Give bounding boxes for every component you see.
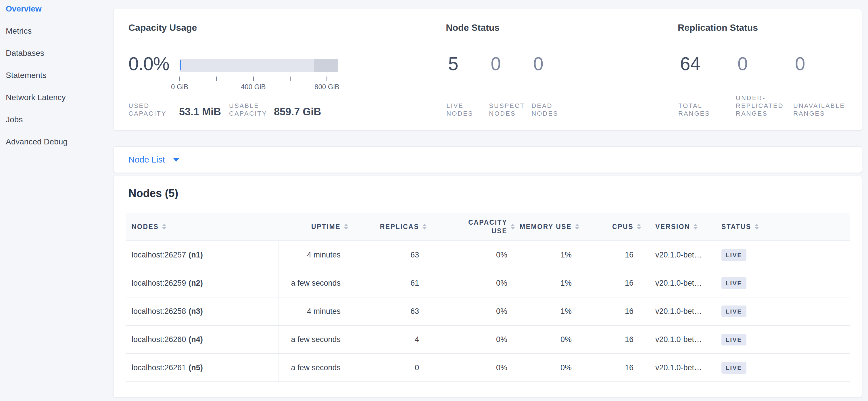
column-header-replicas[interactable]: REPLICAS bbox=[349, 213, 428, 240]
sidebar-nav: Overview Metrics Databases Statements Ne… bbox=[0, 0, 114, 159]
sort-icon bbox=[344, 224, 348, 230]
sort-icon bbox=[511, 224, 515, 230]
capacity-use-cell: 0% bbox=[428, 326, 516, 353]
status-badge: LIVE bbox=[721, 277, 746, 289]
nodes-table-card: Nodes (5) NODES UPTIME REPLICAS CAPACITY… bbox=[114, 176, 862, 397]
version-cell: v20.1.0-bet… bbox=[642, 269, 708, 297]
version-cell: v20.1.0-bet… bbox=[642, 354, 708, 381]
capacity-use-cell: 0% bbox=[428, 269, 516, 297]
uptime-cell: 4 minutes bbox=[279, 297, 349, 325]
table-row: localhost:26260(n4) a few seconds 4 0% 0… bbox=[126, 326, 849, 354]
total-ranges-count: 64 bbox=[678, 55, 735, 73]
replicas-cell: 63 bbox=[349, 241, 428, 269]
sidebar-item-statements[interactable]: Statements bbox=[6, 70, 114, 93]
dead-nodes-count: 0 bbox=[531, 55, 574, 73]
node-status-title: Node Status bbox=[446, 22, 678, 33]
node-link[interactable]: localhost:26258(n3) bbox=[132, 307, 203, 316]
sort-icon bbox=[423, 224, 427, 230]
node-link[interactable]: localhost:26261(n5) bbox=[132, 363, 203, 372]
status-badge: LIVE bbox=[721, 249, 746, 261]
memory-use-cell: 0% bbox=[516, 326, 580, 353]
sidebar-item-network-latency[interactable]: Network Latency bbox=[6, 93, 114, 115]
axis-label-800gib: 800 GiB bbox=[314, 83, 339, 91]
memory-use-cell: 1% bbox=[516, 241, 580, 269]
memory-use-cell: 1% bbox=[516, 297, 580, 325]
usable-capacity-label: USABLE CAPACITY bbox=[229, 102, 269, 117]
replicas-cell: 61 bbox=[349, 269, 428, 297]
node-status-section: Node Status 5 0 0 LIVE NODES SUSPECT NOD… bbox=[446, 22, 678, 117]
status-badge: LIVE bbox=[721, 334, 746, 345]
node-link[interactable]: localhost:26259(n2) bbox=[132, 279, 203, 288]
sort-icon bbox=[693, 224, 698, 230]
node-link[interactable]: localhost:26260(n4) bbox=[132, 335, 203, 344]
total-ranges-label: TOTAL RANGES bbox=[678, 102, 735, 117]
usable-capacity-value: 859.7 GiB bbox=[274, 107, 321, 117]
capacity-usage-title: Capacity Usage bbox=[128, 22, 446, 33]
node-list-dropdown[interactable]: Node List bbox=[114, 147, 862, 173]
sort-icon bbox=[755, 224, 759, 230]
capacity-bar-used-indicator bbox=[180, 60, 181, 70]
nodes-table: NODES UPTIME REPLICAS CAPACITY USE MEMOR… bbox=[126, 213, 849, 382]
node-link[interactable]: localhost:26257(n1) bbox=[132, 251, 203, 259]
column-header-capacity-use[interactable]: CAPACITY USE bbox=[428, 213, 516, 240]
memory-use-cell: 1% bbox=[516, 269, 580, 297]
capacity-axis: 0 GiB 400 GiB 800 GiB bbox=[180, 72, 338, 88]
column-header-memory-use[interactable]: MEMORY USE bbox=[516, 213, 580, 240]
capacity-use-cell: 0% bbox=[428, 297, 516, 325]
version-cell: v20.1.0-bet… bbox=[642, 241, 708, 269]
cpus-cell: 16 bbox=[580, 326, 642, 353]
sort-icon bbox=[162, 224, 166, 230]
cpus-cell: 16 bbox=[580, 354, 642, 381]
column-header-version[interactable]: VERSION bbox=[642, 213, 708, 240]
axis-label-0gib: 0 GiB bbox=[171, 83, 188, 91]
sidebar-item-databases[interactable]: Databases bbox=[6, 48, 114, 70]
cpus-cell: 16 bbox=[580, 297, 642, 325]
uptime-cell: 4 minutes bbox=[279, 241, 349, 269]
table-row: localhost:26257(n1) 4 minutes 63 0% 1% 1… bbox=[126, 241, 849, 269]
sidebar-item-advanced-debug[interactable]: Advanced Debug bbox=[6, 137, 114, 159]
uptime-cell: a few seconds bbox=[279, 326, 349, 353]
column-header-uptime[interactable]: UPTIME bbox=[279, 213, 349, 240]
table-row: localhost:26258(n3) 4 minutes 63 0% 1% 1… bbox=[126, 297, 849, 326]
sidebar-item-metrics[interactable]: Metrics bbox=[6, 26, 114, 48]
capacity-bar-chart: 0 GiB 400 GiB 800 GiB bbox=[180, 55, 338, 88]
sort-icon bbox=[575, 224, 579, 230]
capacity-use-cell: 0% bbox=[428, 354, 516, 381]
capacity-bar-reserved-segment bbox=[314, 59, 338, 72]
used-capacity-value: 53.1 MiB bbox=[179, 107, 221, 117]
dead-nodes-label: DEAD NODES bbox=[531, 102, 574, 117]
uptime-cell: a few seconds bbox=[279, 354, 349, 381]
used-capacity-label: USED CAPACITY bbox=[128, 102, 175, 117]
memory-use-cell: 0% bbox=[516, 354, 580, 381]
sidebar-item-overview[interactable]: Overview bbox=[6, 4, 114, 26]
suspect-nodes-count: 0 bbox=[488, 55, 531, 73]
under-replicated-ranges-label: UNDER-REPLICATED RANGES bbox=[735, 94, 793, 117]
table-row: localhost:26259(n2) a few seconds 61 0% … bbox=[126, 269, 849, 297]
capacity-use-cell: 0% bbox=[428, 241, 516, 269]
table-row: localhost:26261(n5) a few seconds 0 0% 0… bbox=[126, 354, 849, 382]
node-list-dropdown-label: Node List bbox=[128, 155, 165, 165]
sort-icon bbox=[637, 224, 641, 230]
replicas-cell: 0 bbox=[349, 354, 428, 381]
column-header-cpus[interactable]: CPUS bbox=[580, 213, 642, 240]
version-cell: v20.1.0-bet… bbox=[642, 297, 708, 325]
sidebar-item-jobs[interactable]: Jobs bbox=[6, 115, 114, 137]
replicas-cell: 63 bbox=[349, 297, 428, 325]
cpus-cell: 16 bbox=[580, 241, 642, 269]
axis-label-400gib: 400 GiB bbox=[241, 83, 266, 91]
suspect-nodes-label: SUSPECT NODES bbox=[488, 102, 531, 117]
replication-status-title: Replication Status bbox=[678, 22, 850, 33]
capacity-bar bbox=[180, 59, 338, 72]
unavailable-ranges-label: UNAVAILABLE RANGES bbox=[793, 102, 850, 117]
chevron-down-icon bbox=[173, 158, 179, 162]
status-badge: LIVE bbox=[721, 362, 746, 374]
cpus-cell: 16 bbox=[580, 269, 642, 297]
under-replicated-ranges-count: 0 bbox=[735, 55, 793, 73]
column-header-status[interactable]: STATUS bbox=[708, 213, 849, 240]
cluster-summary-card: Capacity Usage 0.0% bbox=[114, 9, 862, 130]
column-header-nodes[interactable]: NODES bbox=[126, 213, 279, 240]
replicas-cell: 4 bbox=[349, 326, 428, 353]
capacity-usage-section: Capacity Usage 0.0% bbox=[128, 22, 446, 117]
unavailable-ranges-count: 0 bbox=[793, 55, 850, 73]
replication-status-section: Replication Status 64 0 0 TOTAL RANGES U… bbox=[678, 22, 850, 117]
